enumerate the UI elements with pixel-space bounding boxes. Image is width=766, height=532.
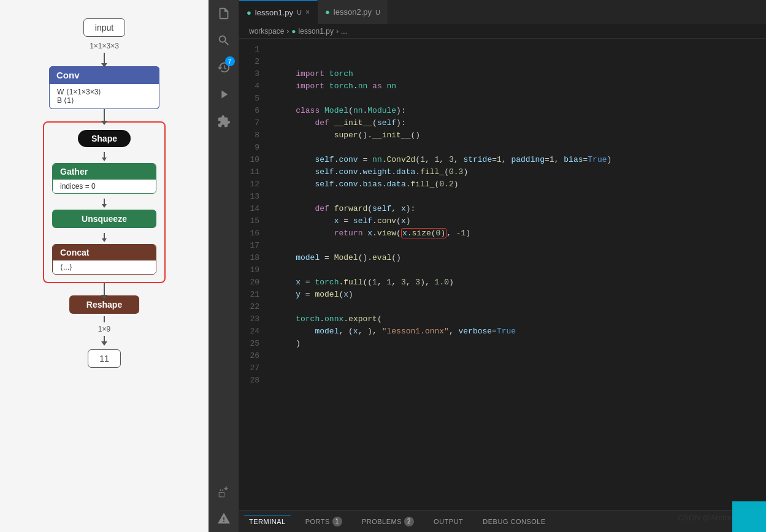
breadcrumb-file: lesson1.py	[299, 27, 334, 36]
shape-node: Shape	[78, 130, 131, 147]
debug-console-tab[interactable]: DEBUG CONSOLE	[478, 515, 550, 528]
dim-label-top: 1×1×3×3	[90, 42, 119, 50]
warning-icon[interactable]	[215, 510, 232, 527]
tab1-modified: U	[297, 9, 302, 16]
files-icon[interactable]	[215, 5, 232, 22]
tab1-close[interactable]: ×	[305, 8, 310, 17]
concat-node-body: ⟨...⟩	[53, 260, 156, 274]
diagram-panel: input 1×1×3×3 Conv W ⟨1×1×3×3⟩ B ⟨1⟩ Sha…	[0, 0, 209, 532]
tab2-icon: ●	[325, 7, 330, 17]
breadcrumb-icon: ●	[291, 27, 296, 36]
terminal-tab[interactable]: TERMINAL	[244, 515, 291, 528]
unsqueeze-node: Unsqueeze	[52, 210, 156, 228]
red-box-group: Shape Gather indices = 0 Unsqueeze Conca…	[43, 121, 166, 283]
extensions-icon[interactable]	[215, 113, 232, 130]
search-icon[interactable]	[215, 32, 232, 49]
conv-node-header: Conv	[49, 66, 159, 84]
ports-badge: 1	[332, 517, 342, 526]
problems-tab[interactable]: PROBLEMS2	[357, 514, 419, 529]
tab-lesson1[interactable]: ● lesson1.py U ×	[239, 0, 318, 24]
line-numbers: 12345 678910 1112131415 1617181920 21222…	[239, 39, 267, 510]
ports-tab[interactable]: PORTS1	[301, 514, 347, 529]
tab1-icon: ●	[247, 8, 251, 17]
breadcrumb-ellipsis: ...	[341, 27, 347, 36]
git-badge: 7	[225, 56, 235, 66]
tab-lesson2[interactable]: ● lesson2.py U	[318, 0, 388, 24]
code-content[interactable]: import torch import torch.nn as nn class…	[267, 39, 766, 510]
breadcrumb-workspace: workspace	[249, 27, 284, 36]
input-node: input	[83, 18, 125, 37]
concat-node: Concat ⟨...⟩	[52, 244, 156, 275]
activity-bar: 7	[209, 0, 239, 532]
tab2-modified: U	[375, 9, 380, 16]
tab1-label: lesson1.py	[255, 8, 293, 17]
breadcrumb: workspace › ● lesson1.py › ...	[239, 25, 766, 39]
cyan-square-decoration	[732, 501, 766, 532]
breadcrumb-sep1: ›	[286, 27, 289, 36]
testing-icon[interactable]	[215, 483, 232, 500]
code-editor[interactable]: 12345 678910 1112131415 1617181920 21222…	[239, 39, 766, 510]
git-icon[interactable]: 7	[215, 59, 232, 76]
gather-node-header: Gather	[53, 164, 156, 180]
output-node: 11	[88, 349, 121, 368]
tab2-label: lesson2.py	[334, 7, 372, 17]
run-icon[interactable]	[215, 86, 232, 103]
conv-node-body: W ⟨1×1×3×3⟩ B ⟨1⟩	[49, 84, 159, 109]
dim-label-bottom: 1×9	[98, 325, 110, 333]
breadcrumb-sep2: ›	[336, 27, 339, 36]
conv-node: Conv W ⟨1×1×3×3⟩ B ⟨1⟩	[49, 66, 159, 109]
vscode-panel: 7 ● lesson1.py U	[209, 0, 766, 532]
output-tab[interactable]: OUTPUT	[429, 515, 468, 528]
tab-bar: ● lesson1.py U × ● lesson2.py U	[239, 0, 766, 25]
concat-node-header: Concat	[53, 245, 156, 260]
gather-node: Gather indices = 0	[52, 163, 156, 194]
gather-node-body: indices = 0	[53, 180, 156, 193]
